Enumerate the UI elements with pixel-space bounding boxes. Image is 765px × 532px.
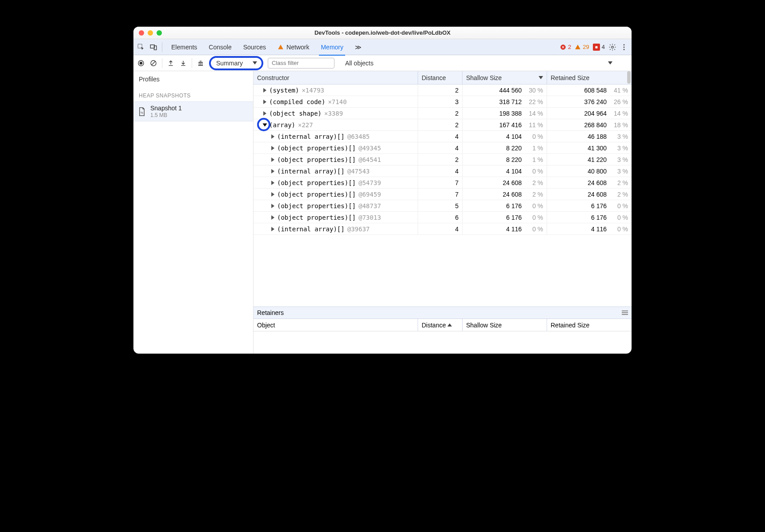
expand-icon[interactable] xyxy=(271,227,274,231)
tab-console[interactable]: Console xyxy=(208,41,232,53)
snapshot-item[interactable]: % Snapshot 1 1.5 MB xyxy=(133,101,253,121)
table-row[interactable]: (array)×2272167 41611 %268 84018 % xyxy=(254,119,632,131)
view-selector[interactable]: Summary xyxy=(209,56,263,70)
ret-th-object[interactable]: Object xyxy=(254,319,418,331)
sort-asc-icon xyxy=(447,323,452,326)
expand-icon[interactable] xyxy=(271,169,274,173)
shallow-size-value: 198 38814 % xyxy=(463,108,547,119)
table-row[interactable]: (object shape)×33892198 38814 %204 96414… xyxy=(254,108,632,119)
table-row[interactable]: (compiled code)×71403318 71222 %376 2402… xyxy=(254,96,632,108)
garbage-collect-icon[interactable] xyxy=(197,59,205,67)
expand-icon[interactable] xyxy=(271,134,274,139)
table-row[interactable]: (internal array)[]@4754344 1040 %40 8003… xyxy=(254,165,632,177)
snapshot-name: Snapshot 1 xyxy=(150,105,182,112)
device-toggle-icon[interactable] xyxy=(149,43,157,51)
distance-value: 2 xyxy=(418,119,463,130)
object-id: @69459 xyxy=(358,191,381,198)
record-icon[interactable] xyxy=(137,59,145,67)
tab-sources[interactable]: Sources xyxy=(242,41,267,53)
distance-value: 2 xyxy=(418,108,463,119)
table-row[interactable]: (object properties)[]@7301366 1760 %6 17… xyxy=(254,212,632,223)
chevron-down-icon[interactable] xyxy=(608,61,612,64)
constructor-name: (array) xyxy=(269,121,295,129)
minimize-window-button[interactable] xyxy=(148,30,153,36)
inspect-element-icon[interactable] xyxy=(137,43,145,51)
error-count[interactable]: 2 xyxy=(560,44,571,50)
th-retained[interactable]: Retained Size xyxy=(547,71,632,84)
memory-toolbar: Summary All objects xyxy=(133,55,632,71)
tab-network[interactable]: Network xyxy=(277,41,310,53)
svg-point-7 xyxy=(624,48,625,50)
clear-icon[interactable] xyxy=(149,59,157,67)
ret-th-distance[interactable]: Distance xyxy=(418,319,463,331)
object-id: @39637 xyxy=(347,226,370,233)
shallow-size-value: 167 41611 % xyxy=(463,119,547,130)
collapse-icon[interactable] xyxy=(263,123,267,126)
retained-size-value: 268 84018 % xyxy=(547,119,632,130)
upload-icon[interactable] xyxy=(167,59,175,67)
issues-count[interactable]: ■ 4 xyxy=(593,44,605,51)
retained-size-value: 608 54841 % xyxy=(547,85,632,96)
settings-gear-icon[interactable] xyxy=(608,43,616,51)
tab-memory[interactable]: Memory xyxy=(320,41,344,53)
expand-icon[interactable] xyxy=(271,192,274,197)
shallow-size-value: 318 71222 % xyxy=(463,96,547,107)
warning-count[interactable]: 29 xyxy=(575,44,589,50)
more-menu-icon[interactable] xyxy=(620,43,628,51)
retainers-header[interactable]: Retainers xyxy=(254,306,632,319)
instance-count: ×14793 xyxy=(302,87,324,94)
expand-icon[interactable] xyxy=(263,100,266,104)
shallow-size-value: 8 2201 % xyxy=(463,154,547,165)
table-row[interactable]: (object properties)[]@69459724 6082 %24 … xyxy=(254,189,632,200)
retainers-menu-icon[interactable] xyxy=(622,310,628,315)
table-row[interactable]: (internal array)[]@6348544 1040 %46 1883… xyxy=(254,131,632,142)
retainers-columns: Object Distance Shallow Size Retained Si… xyxy=(254,319,632,331)
class-filter-input[interactable] xyxy=(268,58,334,69)
expand-icon[interactable] xyxy=(271,215,274,220)
expand-icon[interactable] xyxy=(271,157,274,162)
retained-size-value: 6 1760 % xyxy=(547,200,632,211)
table-row[interactable]: (object properties)[]@4934548 2201 %41 3… xyxy=(254,142,632,154)
instance-count: ×7140 xyxy=(328,98,346,105)
th-distance[interactable]: Distance xyxy=(418,71,463,84)
grid-rows[interactable]: (system)×147932444 56030 %608 54841 %(co… xyxy=(254,85,632,306)
scrollbar[interactable] xyxy=(627,71,631,84)
ret-th-retained[interactable]: Retained Size xyxy=(547,319,632,331)
object-id: @64541 xyxy=(358,156,381,163)
th-constructor[interactable]: Constructor xyxy=(254,71,418,84)
distance-value: 7 xyxy=(418,189,463,200)
close-window-button[interactable] xyxy=(139,30,144,36)
tabs-overflow[interactable]: ≫ xyxy=(354,41,362,53)
expand-icon[interactable] xyxy=(271,181,274,185)
table-row[interactable]: (object properties)[]@4873756 1760 %6 17… xyxy=(254,200,632,212)
expand-icon[interactable] xyxy=(271,204,274,208)
warning-icon xyxy=(575,44,581,50)
download-icon[interactable] xyxy=(179,59,187,67)
shallow-size-value: 24 6082 % xyxy=(463,177,547,188)
retained-size-value: 46 1883 % xyxy=(547,131,632,142)
expand-icon[interactable] xyxy=(263,111,266,116)
filter-all-objects[interactable]: All objects xyxy=(345,60,374,67)
table-row[interactable]: (internal array)[]@3963744 1160 %4 1160 … xyxy=(254,223,632,235)
svg-text:%: % xyxy=(141,111,143,114)
tab-elements[interactable]: Elements xyxy=(170,41,198,53)
object-id: @63485 xyxy=(347,133,370,140)
constructor-name: (object properties)[] xyxy=(277,214,356,221)
window-title: DevTools - codepen.io/web-dot-dev/live/P… xyxy=(133,29,632,36)
distance-value: 4 xyxy=(418,165,463,177)
retainers-body xyxy=(254,331,632,354)
zoom-window-button[interactable] xyxy=(157,30,162,36)
titlebar: DevTools - codepen.io/web-dot-dev/live/P… xyxy=(133,27,632,39)
th-shallow[interactable]: Shallow Size xyxy=(463,71,547,84)
retained-size-value: 6 1760 % xyxy=(547,212,632,223)
retained-size-value: 24 6082 % xyxy=(547,189,632,200)
ret-th-shallow[interactable]: Shallow Size xyxy=(463,319,547,331)
object-id: @47543 xyxy=(347,168,370,175)
expand-icon[interactable] xyxy=(271,146,274,150)
expand-icon[interactable] xyxy=(263,88,266,93)
table-row[interactable]: (system)×147932444 56030 %608 54841 % xyxy=(254,85,632,96)
distance-value: 2 xyxy=(418,154,463,165)
separator xyxy=(162,58,162,68)
table-row[interactable]: (object properties)[]@54739724 6082 %24 … xyxy=(254,177,632,189)
table-row[interactable]: (object properties)[]@6454128 2201 %41 2… xyxy=(254,154,632,165)
